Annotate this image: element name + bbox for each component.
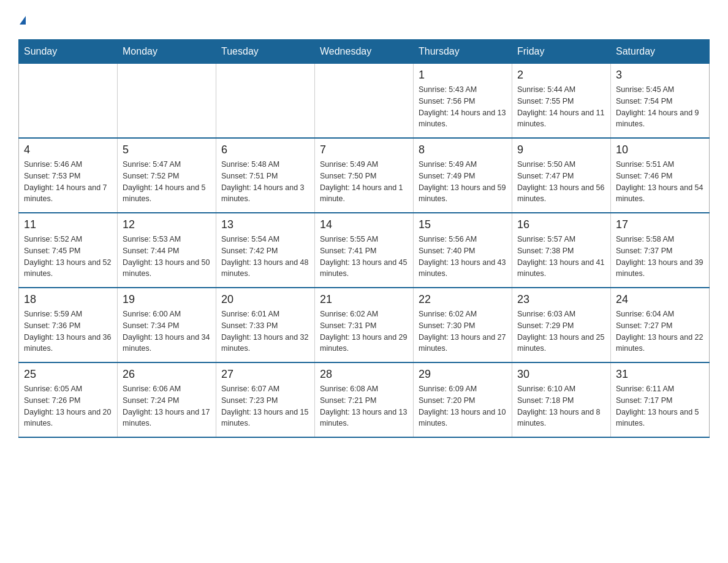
day-number: 22 (419, 293, 507, 306)
calendar-cell: 1Sunrise: 5:43 AMSunset: 7:56 PMDaylight… (414, 64, 512, 139)
header-tuesday: Tuesday (216, 40, 315, 64)
calendar-cell: 24Sunrise: 6:04 AMSunset: 7:27 PMDayligh… (611, 288, 710, 362)
day-info: Sunrise: 5:43 AMSunset: 7:56 PMDaylight:… (419, 84, 507, 130)
page-header (18, 12, 710, 27)
calendar-week-row: 11Sunrise: 5:52 AMSunset: 7:45 PMDayligh… (19, 213, 710, 288)
day-info: Sunrise: 6:02 AMSunset: 7:30 PMDaylight:… (419, 308, 507, 354)
day-number: 24 (616, 293, 704, 306)
day-info: Sunrise: 5:59 AMSunset: 7:36 PMDaylight:… (24, 308, 112, 354)
day-info: Sunrise: 6:02 AMSunset: 7:31 PMDaylight:… (320, 308, 408, 354)
header-wednesday: Wednesday (315, 40, 414, 64)
day-number: 31 (616, 368, 704, 381)
calendar-week-row: 25Sunrise: 6:05 AMSunset: 7:26 PMDayligh… (19, 362, 710, 437)
header-thursday: Thursday (414, 40, 512, 64)
calendar-cell: 16Sunrise: 5:57 AMSunset: 7:38 PMDayligh… (512, 213, 611, 288)
logo (18, 12, 26, 27)
calendar-table: Sunday Monday Tuesday Wednesday Thursday… (18, 39, 710, 438)
calendar-cell: 31Sunrise: 6:11 AMSunset: 7:17 PMDayligh… (611, 362, 710, 437)
calendar-cell: 25Sunrise: 6:05 AMSunset: 7:26 PMDayligh… (19, 362, 118, 437)
calendar-cell: 20Sunrise: 6:01 AMSunset: 7:33 PMDayligh… (216, 288, 315, 362)
day-number: 8 (419, 144, 507, 156)
logo-triangle-icon (20, 16, 26, 25)
day-number: 1 (419, 69, 507, 82)
day-info: Sunrise: 6:04 AMSunset: 7:27 PMDaylight:… (616, 308, 704, 354)
day-number: 19 (123, 293, 211, 306)
calendar-cell: 18Sunrise: 5:59 AMSunset: 7:36 PMDayligh… (19, 288, 118, 362)
day-number: 16 (517, 218, 605, 231)
calendar-cell: 8Sunrise: 5:49 AMSunset: 7:49 PMDaylight… (414, 138, 512, 213)
day-info: Sunrise: 5:44 AMSunset: 7:55 PMDaylight:… (517, 84, 605, 130)
day-number: 14 (320, 218, 408, 231)
calendar-cell: 13Sunrise: 5:54 AMSunset: 7:42 PMDayligh… (216, 213, 315, 288)
calendar-cell: 14Sunrise: 5:55 AMSunset: 7:41 PMDayligh… (315, 213, 414, 288)
day-info: Sunrise: 5:53 AMSunset: 7:44 PMDaylight:… (123, 234, 211, 280)
day-info: Sunrise: 5:48 AMSunset: 7:51 PMDaylight:… (221, 159, 309, 205)
weekday-header-row: Sunday Monday Tuesday Wednesday Thursday… (19, 40, 710, 64)
day-info: Sunrise: 6:08 AMSunset: 7:21 PMDaylight:… (320, 383, 408, 429)
day-info: Sunrise: 5:57 AMSunset: 7:38 PMDaylight:… (517, 234, 605, 280)
day-number: 7 (320, 144, 408, 156)
day-info: Sunrise: 6:00 AMSunset: 7:34 PMDaylight:… (123, 308, 211, 354)
day-info: Sunrise: 5:58 AMSunset: 7:37 PMDaylight:… (616, 234, 704, 280)
day-number: 27 (221, 368, 309, 381)
calendar-cell: 7Sunrise: 5:49 AMSunset: 7:50 PMDaylight… (315, 138, 414, 213)
header-sunday: Sunday (19, 40, 118, 64)
calendar-cell (19, 64, 118, 139)
day-info: Sunrise: 6:10 AMSunset: 7:18 PMDaylight:… (517, 383, 605, 429)
calendar-cell: 22Sunrise: 6:02 AMSunset: 7:30 PMDayligh… (414, 288, 512, 362)
calendar-cell: 21Sunrise: 6:02 AMSunset: 7:31 PMDayligh… (315, 288, 414, 362)
day-info: Sunrise: 6:06 AMSunset: 7:24 PMDaylight:… (123, 383, 211, 429)
day-number: 10 (616, 144, 704, 156)
day-info: Sunrise: 5:55 AMSunset: 7:41 PMDaylight:… (320, 234, 408, 280)
header-saturday: Saturday (611, 40, 710, 64)
day-number: 15 (419, 218, 507, 231)
calendar-cell: 9Sunrise: 5:50 AMSunset: 7:47 PMDaylight… (512, 138, 611, 213)
calendar-week-row: 1Sunrise: 5:43 AMSunset: 7:56 PMDaylight… (19, 64, 710, 139)
calendar-week-row: 4Sunrise: 5:46 AMSunset: 7:53 PMDaylight… (19, 138, 710, 213)
calendar-cell: 26Sunrise: 6:06 AMSunset: 7:24 PMDayligh… (118, 362, 216, 437)
header-friday: Friday (512, 40, 611, 64)
day-number: 28 (320, 368, 408, 381)
calendar-cell: 10Sunrise: 5:51 AMSunset: 7:46 PMDayligh… (611, 138, 710, 213)
day-info: Sunrise: 6:11 AMSunset: 7:17 PMDaylight:… (616, 383, 704, 429)
header-monday: Monday (118, 40, 216, 64)
calendar-cell: 15Sunrise: 5:56 AMSunset: 7:40 PMDayligh… (414, 213, 512, 288)
day-info: Sunrise: 5:54 AMSunset: 7:42 PMDaylight:… (221, 234, 309, 280)
day-number: 30 (517, 368, 605, 381)
calendar-cell: 17Sunrise: 5:58 AMSunset: 7:37 PMDayligh… (611, 213, 710, 288)
day-number: 17 (616, 218, 704, 231)
calendar-cell: 28Sunrise: 6:08 AMSunset: 7:21 PMDayligh… (315, 362, 414, 437)
calendar-cell (118, 64, 216, 139)
calendar-cell: 3Sunrise: 5:45 AMSunset: 7:54 PMDaylight… (611, 64, 710, 139)
day-number: 29 (419, 368, 507, 381)
day-info: Sunrise: 5:51 AMSunset: 7:46 PMDaylight:… (616, 159, 704, 205)
day-info: Sunrise: 5:45 AMSunset: 7:54 PMDaylight:… (616, 84, 704, 130)
day-info: Sunrise: 6:03 AMSunset: 7:29 PMDaylight:… (517, 308, 605, 354)
calendar-cell: 29Sunrise: 6:09 AMSunset: 7:20 PMDayligh… (414, 362, 512, 437)
day-info: Sunrise: 6:07 AMSunset: 7:23 PMDaylight:… (221, 383, 309, 429)
day-number: 13 (221, 218, 309, 231)
day-number: 4 (24, 144, 112, 156)
calendar-cell: 4Sunrise: 5:46 AMSunset: 7:53 PMDaylight… (19, 138, 118, 213)
calendar-cell: 6Sunrise: 5:48 AMSunset: 7:51 PMDaylight… (216, 138, 315, 213)
day-number: 26 (123, 368, 211, 381)
calendar-cell: 27Sunrise: 6:07 AMSunset: 7:23 PMDayligh… (216, 362, 315, 437)
day-info: Sunrise: 5:47 AMSunset: 7:52 PMDaylight:… (123, 159, 211, 205)
calendar-header: Sunday Monday Tuesday Wednesday Thursday… (19, 40, 710, 64)
day-number: 20 (221, 293, 309, 306)
day-number: 2 (517, 69, 605, 82)
day-number: 12 (123, 218, 211, 231)
day-info: Sunrise: 5:46 AMSunset: 7:53 PMDaylight:… (24, 159, 112, 205)
day-number: 3 (616, 69, 704, 82)
calendar-cell: 23Sunrise: 6:03 AMSunset: 7:29 PMDayligh… (512, 288, 611, 362)
day-number: 9 (517, 144, 605, 156)
calendar-cell: 12Sunrise: 5:53 AMSunset: 7:44 PMDayligh… (118, 213, 216, 288)
calendar-cell (216, 64, 315, 139)
calendar-cell: 2Sunrise: 5:44 AMSunset: 7:55 PMDaylight… (512, 64, 611, 139)
day-info: Sunrise: 5:52 AMSunset: 7:45 PMDaylight:… (24, 234, 112, 280)
calendar-cell (315, 64, 414, 139)
day-number: 23 (517, 293, 605, 306)
day-number: 21 (320, 293, 408, 306)
day-info: Sunrise: 5:56 AMSunset: 7:40 PMDaylight:… (419, 234, 507, 280)
day-number: 25 (24, 368, 112, 381)
